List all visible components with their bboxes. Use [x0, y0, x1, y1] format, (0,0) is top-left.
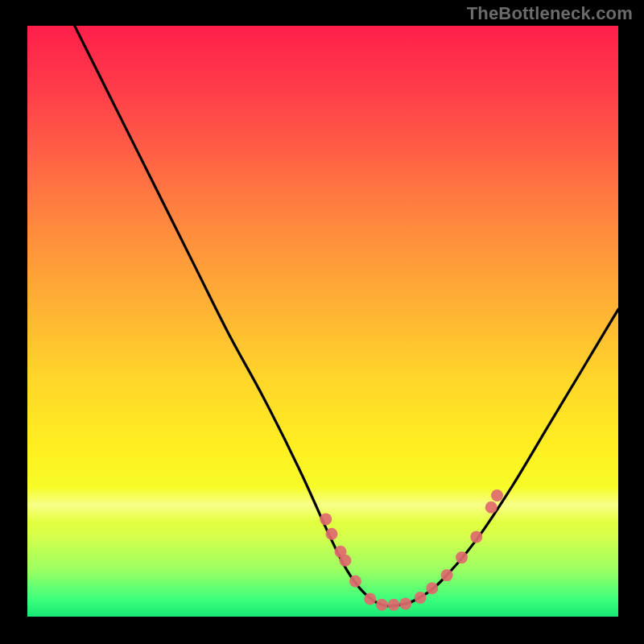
highlight-dot — [388, 599, 400, 611]
highlight-dot — [441, 569, 453, 581]
highlight-dot — [426, 582, 438, 594]
highlighted-points — [320, 489, 503, 611]
highlight-dot — [491, 489, 503, 502]
highlight-dot — [326, 528, 338, 540]
highlight-dot — [399, 597, 411, 609]
highlight-dot — [349, 576, 361, 588]
highlight-dot — [376, 599, 388, 611]
highlight-dot — [320, 513, 332, 525]
highlight-dot — [364, 593, 376, 605]
plot-area — [27, 26, 618, 617]
highlight-dot — [485, 502, 497, 514]
chart-stage: TheBottleneck.com — [0, 0, 644, 644]
highlight-dot — [470, 530, 482, 543]
bottleneck-curve — [75, 26, 618, 606]
curve-layer — [27, 26, 618, 617]
highlight-dot — [415, 592, 427, 604]
highlight-dot — [456, 551, 468, 564]
highlight-dot — [339, 555, 351, 567]
watermark-text: TheBottleneck.com — [467, 3, 633, 24]
